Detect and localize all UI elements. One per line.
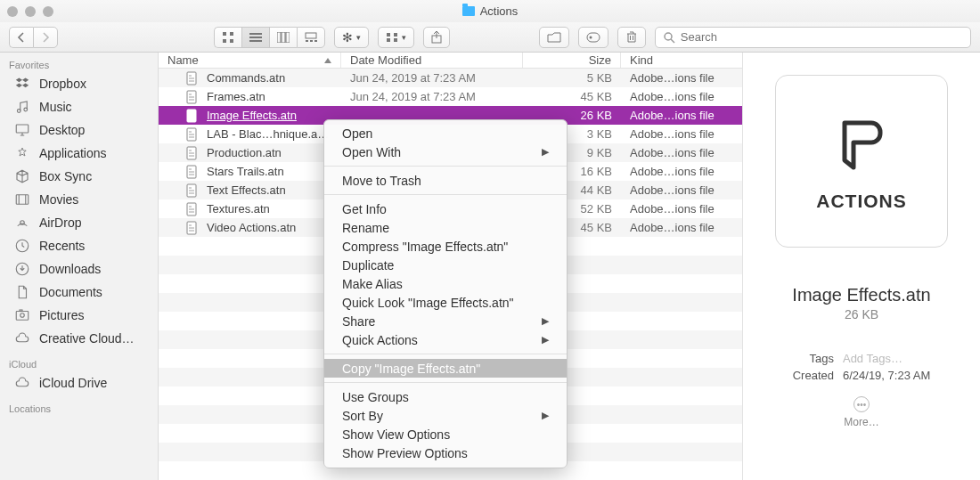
menu-item-make-alias[interactable]: Make Alias	[324, 274, 567, 293]
sidebar-item-desktop[interactable]: Desktop	[0, 118, 158, 142]
svg-rect-19	[587, 33, 600, 42]
column-header-kind[interactable]: Kind	[621, 53, 742, 68]
menu-item-open[interactable]: Open	[324, 124, 567, 142]
preview-tags-field[interactable]: Add Tags…	[843, 352, 930, 365]
menu-item-trash[interactable]: Move to Trash	[324, 171, 567, 190]
file-icon	[185, 71, 200, 85]
column-view-button[interactable]	[269, 27, 297, 48]
menu-item-get-info[interactable]: Get Info	[324, 199, 567, 218]
pictures-icon	[14, 307, 30, 323]
menu-item-rename[interactable]: Rename	[324, 218, 567, 237]
box-icon	[14, 168, 30, 184]
sidebar-item-documents[interactable]: Documents	[0, 281, 158, 304]
dropbox-icon	[14, 76, 30, 92]
menu-item-sort-by[interactable]: Sort By▶	[324, 406, 567, 425]
file-row[interactable]: Commands.atnJun 24, 2019 at 7:23 AM5 KBA…	[159, 69, 742, 87]
sidebar-item-label: Desktop	[39, 123, 85, 137]
svg-rect-15	[394, 33, 397, 37]
action-menu-button[interactable]: ✻ ▾	[334, 27, 369, 48]
chevron-down-icon: ▾	[402, 33, 406, 42]
menu-separator	[324, 382, 567, 383]
svg-rect-2	[223, 39, 226, 43]
sidebar-item-label: Creative Cloud…	[39, 331, 135, 346]
preview-filesize: 26 KB	[845, 307, 878, 321]
gallery-view-button[interactable]	[297, 27, 325, 48]
file-name: Video Actions.atn	[207, 221, 296, 234]
menu-item-quick-look[interactable]: Quick Look "Image Effects.atn"	[324, 293, 567, 312]
file-icon	[185, 165, 200, 179]
file-size: 45 KB	[523, 87, 621, 106]
file-kind: Adobe…ions file	[621, 106, 742, 125]
sidebar-item-label: Movies	[39, 192, 78, 207]
applications-icon	[14, 145, 30, 161]
submenu-arrow-icon: ▶	[542, 315, 549, 327]
icon-view-button[interactable]	[214, 27, 241, 48]
share-button[interactable]	[423, 27, 450, 48]
file-kind: Adobe…ions file	[621, 143, 742, 162]
sidebar-item-movies[interactable]: Movies	[0, 188, 158, 211]
svg-rect-1	[230, 32, 233, 36]
search-field[interactable]	[655, 27, 971, 48]
file-icon	[185, 146, 200, 160]
trash-icon	[625, 31, 638, 44]
new-folder-button[interactable]	[539, 27, 569, 48]
back-button[interactable]	[9, 27, 33, 48]
sidebar-item-downloads[interactable]: Downloads	[0, 257, 158, 281]
file-row[interactable]: Frames.atnJun 24, 2019 at 7:23 AM45 KBAd…	[159, 87, 742, 106]
list-view-button[interactable]	[241, 27, 269, 48]
sidebar-item-recents[interactable]: Recents	[0, 234, 158, 257]
preview-pane: ACTIONS Image Effects.atn 26 KB Tags Add…	[743, 53, 980, 480]
sidebar-item-pictures[interactable]: Pictures	[0, 304, 158, 327]
svg-line-24	[671, 39, 674, 43]
arrange-menu-button[interactable]: ▾	[378, 27, 414, 48]
file-name: LAB - Blac…hnique.a…	[207, 127, 329, 141]
sidebar-item-icloud-drive[interactable]: iCloud Drive	[0, 371, 158, 395]
column-header-date[interactable]: Date Modified	[341, 53, 523, 68]
menu-item-duplicate[interactable]: Duplicate	[324, 256, 567, 274]
menu-item-copy[interactable]: Copy "Image Effects.atn"	[324, 359, 567, 378]
sidebar-item-applications[interactable]: Applications	[0, 142, 158, 165]
file-kind: Adobe…ions file	[621, 69, 742, 87]
menu-item-quick-actions[interactable]: Quick Actions▶	[324, 330, 567, 349]
column-header-name[interactable]: Name	[159, 53, 341, 68]
sidebar-item-boxsync[interactable]: Box Sync	[0, 165, 158, 188]
svg-rect-36	[20, 310, 22, 312]
file-kind: Adobe…ions file	[621, 162, 742, 181]
column-header-size[interactable]: Size	[523, 53, 621, 68]
sidebar-heading-icloud: iCloud	[0, 355, 158, 371]
menu-item-view-options[interactable]: Show View Options	[324, 425, 567, 443]
menu-item-compress[interactable]: Compress "Image Effects.atn"	[324, 237, 567, 256]
menu-item-open-with[interactable]: Open With▶	[324, 142, 567, 161]
svg-rect-17	[394, 38, 397, 42]
tag-button[interactable]	[578, 27, 608, 48]
file-icon	[185, 202, 200, 216]
search-input[interactable]	[681, 30, 963, 44]
submenu-arrow-icon: ▶	[542, 334, 549, 346]
preview-more[interactable]: ••• More…	[844, 396, 878, 428]
menu-separator	[324, 194, 567, 195]
trash-button[interactable]	[617, 27, 646, 48]
sidebar-item-label: Applications	[39, 146, 107, 160]
svg-rect-8	[282, 32, 285, 43]
forward-button[interactable]	[33, 27, 58, 48]
svg-point-35	[20, 313, 25, 318]
sidebar-item-airdrop[interactable]: AirDrop	[0, 211, 158, 234]
downloads-icon	[14, 261, 30, 277]
file-name: Image Effects.atn	[207, 109, 297, 122]
clock-icon	[14, 238, 30, 254]
svg-point-26	[24, 108, 28, 111]
sidebar-item-creativecloud[interactable]: Creative Cloud…	[0, 327, 158, 350]
titlebar: Actions	[0, 0, 980, 22]
sidebar-item-music[interactable]: Music	[0, 95, 158, 118]
menu-item-share[interactable]: Share▶	[324, 312, 567, 330]
svg-rect-0	[223, 32, 226, 36]
sidebar-item-label: iCloud Drive	[39, 376, 107, 390]
window-title: Actions	[480, 4, 519, 18]
sidebar-item-dropbox[interactable]: Dropbox	[0, 72, 158, 95]
submenu-arrow-icon: ▶	[542, 410, 549, 421]
folder-icon	[462, 6, 475, 16]
menu-item-use-groups[interactable]: Use Groups	[324, 387, 567, 406]
menu-item-preview-options[interactable]: Show Preview Options	[324, 443, 567, 462]
actions-icon	[827, 110, 896, 180]
file-kind: Adobe…ions file	[621, 181, 742, 199]
